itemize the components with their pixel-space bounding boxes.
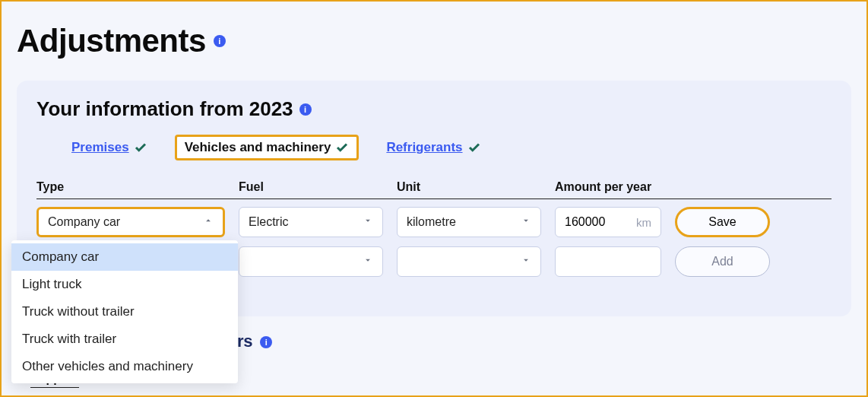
dropdown-item[interactable]: Other vehicles and machinery [11, 353, 238, 380]
chevron-down-icon [521, 255, 531, 268]
header-unit: Unit [397, 180, 541, 194]
dropdown-item[interactable]: Company car [11, 243, 238, 271]
header-type: Type [36, 180, 225, 194]
fuel-select-value: Electric [249, 215, 288, 229]
tab-premises-label: Premises [71, 140, 129, 155]
type-dropdown: Company car Light truck Truck without tr… [11, 240, 238, 383]
type-select[interactable]: Company car [36, 207, 225, 237]
unit-select-empty[interactable] [397, 246, 541, 277]
info-icon[interactable]: i [214, 35, 226, 47]
save-button[interactable]: Save [675, 207, 770, 237]
amount-unit: km [636, 216, 651, 229]
chevron-down-icon [363, 215, 373, 229]
tab-refrigerants[interactable]: Refrigerants [382, 137, 485, 158]
info-icon[interactable]: i [260, 336, 272, 348]
dropdown-item[interactable]: Light truck [11, 271, 238, 298]
section-title-text: Your information from 2023 [36, 97, 293, 121]
dropdown-item[interactable]: Truck without trailer [11, 298, 238, 326]
tab-vehicles-label: Vehicles and machinery [185, 140, 331, 155]
chevron-down-icon [521, 215, 531, 229]
chevron-up-icon [203, 215, 214, 229]
amount-field-empty[interactable] [555, 246, 661, 277]
amount-input-empty[interactable] [565, 255, 651, 268]
page-title-text: Adjustments [17, 23, 206, 59]
fuel-select[interactable]: Electric [239, 207, 383, 237]
check-icon [335, 141, 349, 154]
header-fuel: Fuel [239, 180, 383, 194]
type-select-value: Company car [48, 215, 120, 229]
info-icon[interactable]: i [299, 103, 312, 116]
tab-vehicles[interactable]: Vehicles and machinery [175, 135, 360, 160]
tabs: Premises Vehicles and machinery Refriger… [36, 135, 832, 160]
unit-select-value: kilometre [407, 215, 456, 229]
add-button[interactable]: Add [675, 246, 770, 277]
obscured-heading: rs i [237, 332, 272, 351]
chevron-down-icon [363, 255, 373, 268]
unit-select[interactable]: kilometre [397, 207, 541, 237]
table-row: Company car Electric kilometre [36, 207, 832, 237]
column-headers: Type Fuel Unit Amount per year [36, 180, 832, 199]
amount-field[interactable]: km [555, 207, 661, 237]
amount-input[interactable] [565, 215, 632, 229]
dropdown-item[interactable]: Truck with trailer [11, 326, 238, 353]
tab-refrigerants-label: Refrigerants [386, 140, 462, 155]
check-icon [467, 141, 481, 154]
check-icon [134, 141, 147, 154]
fuel-select-empty[interactable] [239, 246, 383, 277]
page-title: Adjustments i [17, 23, 851, 59]
header-amount: Amount per year [555, 180, 661, 194]
section-title: Your information from 2023 i [36, 97, 832, 121]
tab-premises[interactable]: Premises [67, 137, 152, 158]
